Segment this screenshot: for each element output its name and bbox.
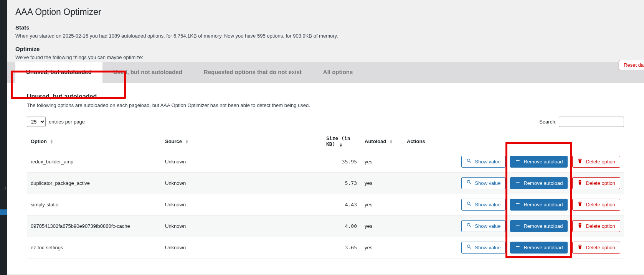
trash-icon [577, 158, 583, 165]
cell-autoload: yes [361, 151, 403, 173]
optimize-text: We've found the following things you can… [15, 54, 636, 60]
entries-per-page-select[interactable]: 25 [27, 117, 46, 127]
svg-point-3 [467, 180, 470, 183]
cell-source: Unknown [161, 237, 322, 259]
show-value-button[interactable]: Show value [461, 156, 505, 168]
svg-point-9 [467, 223, 470, 226]
minus-icon [515, 158, 520, 165]
svg-point-12 [467, 245, 470, 247]
tab-0[interactable]: Unused, but autoloaded [15, 62, 102, 83]
table-row: simply-staticUnknown4.43yesShow valueRem… [27, 194, 624, 216]
delete-option-button[interactable]: Delete option [572, 220, 620, 232]
minus-icon [515, 201, 520, 208]
sort-icon: ▲▼ [340, 142, 342, 147]
table-row: ez-toc-settingsUnknown3.65yesShow valueR… [27, 237, 624, 259]
remove-autoload-button[interactable]: Remove autoload [510, 156, 568, 168]
remove-autoload-button[interactable]: Remove autoload [510, 220, 568, 232]
search-input[interactable] [559, 117, 624, 127]
cell-autoload: yes [361, 173, 403, 194]
column-header-actions-label: Actions [407, 138, 425, 144]
trash-icon [577, 201, 583, 208]
tab-panel: Unused, but autoloaded The following opt… [7, 83, 644, 274]
column-header-size-label: Size (in KB) [326, 135, 350, 147]
table-row: duplicator_package_activeUnknown5.73yesS… [27, 173, 624, 194]
cell-actions: Show valueRemove autoloadDelete option [403, 151, 624, 173]
svg-line-1 [470, 161, 471, 163]
tab-3[interactable]: All options [312, 62, 364, 83]
page-title: AAA Option Optimizer [15, 7, 636, 17]
cell-size: 3.65 [322, 237, 361, 259]
sort-icon: ▲▼ [185, 139, 189, 144]
cell-source: Unknown [161, 173, 322, 194]
remove-autoload-button[interactable]: Remove autoload [510, 177, 568, 189]
search-icon [466, 158, 472, 165]
svg-line-13 [470, 247, 471, 249]
cell-size: 5.73 [322, 173, 361, 194]
column-header-actions: Actions [403, 132, 624, 151]
search-icon [466, 179, 472, 187]
table-row: 0970541302fa675b90e90739fb0860fc-cacheUn… [27, 216, 624, 237]
remove-autoload-button[interactable]: Remove autoload [510, 199, 568, 211]
column-header-size[interactable]: Size (in KB) ▲▼ [322, 132, 361, 151]
delete-option-button[interactable]: Delete option [572, 156, 620, 168]
minus-icon [515, 244, 520, 251]
cell-autoload: yes [361, 194, 403, 216]
column-header-source-label: Source [165, 138, 182, 144]
cell-source: Unknown [161, 216, 322, 237]
column-header-option[interactable]: Option ▲▼ [27, 132, 161, 151]
sidebar-stub-char: r [5, 186, 6, 191]
cell-option: redux_builder_amp [27, 151, 161, 173]
cell-autoload: yes [361, 237, 403, 259]
cell-option: ez-toc-settings [27, 237, 161, 259]
panel-desc: The following options are autoloaded on … [27, 102, 624, 108]
show-value-button[interactable]: Show value [461, 199, 505, 211]
delete-option-button[interactable]: Delete option [572, 242, 620, 254]
sort-icon: ▲▼ [50, 139, 54, 144]
search-icon [466, 244, 472, 251]
search-label: Search: [539, 119, 556, 125]
search-icon [466, 201, 472, 208]
search-icon [466, 222, 472, 230]
cell-size: 4.00 [322, 216, 361, 237]
cell-option: simply-static [27, 194, 161, 216]
remove-autoload-button[interactable]: Remove autoload [510, 242, 568, 254]
column-header-source[interactable]: Source ▲▼ [161, 132, 322, 151]
sort-icon: ▲▼ [389, 139, 393, 144]
optimize-heading: Optimize [15, 46, 636, 52]
reset-data-button[interactable]: Reset data [619, 60, 644, 70]
svg-point-0 [467, 159, 470, 161]
table-row: redux_builder_ampUnknown35.95yesShow val… [27, 151, 624, 173]
column-header-autoload[interactable]: Autoload ▲▼ [361, 132, 403, 151]
column-header-autoload-label: Autoload [365, 138, 386, 144]
delete-option-button[interactable]: Delete option [572, 177, 620, 189]
cell-option: 0970541302fa675b90e90739fb0860fc-cache [27, 216, 161, 237]
delete-option-button[interactable]: Delete option [572, 199, 620, 211]
entries-per-page-label: entries per page [49, 119, 85, 125]
tab-2[interactable]: Requested options that do not exist [193, 62, 312, 83]
cell-size: 35.95 [322, 151, 361, 173]
column-header-option-label: Option [31, 138, 47, 144]
stats-text: When you started on 2025-02-15 you had 1… [15, 33, 636, 39]
cell-size: 4.43 [322, 194, 361, 216]
cell-autoload: yes [361, 216, 403, 237]
minus-icon [515, 222, 520, 230]
panel-heading: Unused, but autoloaded [27, 93, 624, 100]
svg-line-7 [470, 204, 471, 206]
trash-icon [577, 244, 583, 251]
tabs-bar: Unused, but autoloadedUsed, but not auto… [7, 62, 644, 83]
show-value-button[interactable]: Show value [461, 177, 505, 189]
cell-actions: Show valueRemove autoloadDelete option [403, 216, 624, 237]
cell-source: Unknown [161, 194, 322, 216]
show-value-button[interactable]: Show value [461, 242, 505, 254]
trash-icon [577, 179, 583, 187]
minus-icon [515, 179, 520, 187]
wp-admin-sidebar: r [0, 0, 7, 275]
show-value-button[interactable]: Show value [461, 220, 505, 232]
svg-line-10 [470, 226, 471, 227]
cell-actions: Show valueRemove autoloadDelete option [403, 173, 624, 194]
stats-heading: Stats [15, 24, 636, 31]
cell-option: duplicator_package_active [27, 173, 161, 194]
tab-1[interactable]: Used, but not autoloaded [102, 62, 193, 83]
svg-line-4 [470, 183, 471, 184]
trash-icon [577, 222, 583, 230]
